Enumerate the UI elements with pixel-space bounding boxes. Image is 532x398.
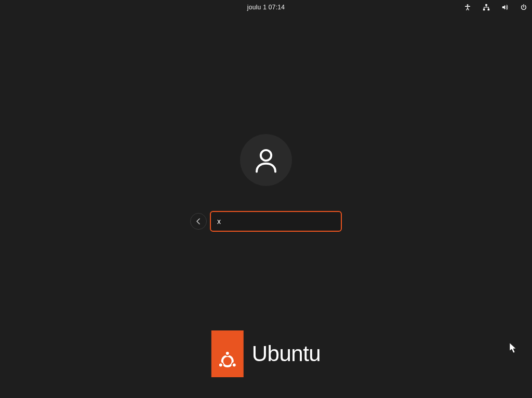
username-input[interactable]	[210, 211, 342, 232]
svg-point-0	[467, 4, 469, 6]
svg-rect-2	[483, 9, 485, 11]
ubuntu-wordmark: Ubuntu	[252, 341, 321, 366]
topbar-system-icons	[463, 0, 528, 15]
svg-point-4	[261, 150, 271, 161]
svg-rect-3	[488, 9, 490, 11]
volume-icon[interactable]	[501, 3, 509, 11]
network-icon[interactable]	[482, 3, 490, 11]
user-icon	[252, 146, 280, 174]
ubuntu-logo-mark	[211, 330, 244, 377]
back-button[interactable]	[190, 213, 207, 230]
svg-point-6	[225, 351, 230, 355]
topbar: joulu 1 07:14	[0, 0, 532, 15]
svg-point-7	[219, 363, 223, 367]
clock-label[interactable]: joulu 1 07:14	[247, 4, 285, 11]
ubuntu-branding: Ubuntu	[211, 330, 321, 377]
power-icon[interactable]	[520, 3, 528, 11]
ubuntu-circle-icon	[217, 350, 238, 372]
svg-point-5	[222, 356, 233, 366]
mouse-cursor-icon	[509, 342, 517, 354]
user-avatar	[240, 134, 292, 186]
svg-point-8	[232, 363, 236, 367]
chevron-left-icon	[196, 218, 201, 224]
login-input-row	[190, 211, 342, 232]
accessibility-icon[interactable]	[463, 3, 472, 11]
svg-rect-1	[485, 4, 487, 6]
